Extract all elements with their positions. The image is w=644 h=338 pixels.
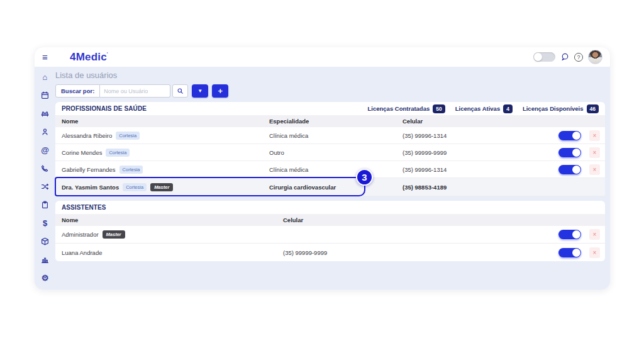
licenses-active: Licenças Ativas 4 (455, 104, 513, 113)
assistants-title: ASSISTENTES (62, 204, 106, 211)
logo-trademark: ' (107, 51, 108, 57)
licenses-contracted-label: Licenças Contratadas (368, 105, 430, 112)
cortesia-badge: Cortesia (106, 149, 130, 157)
master-badge: Master (150, 183, 173, 191)
licenses-available: Licenças Disponíveis 46 (523, 104, 599, 113)
licenses-available-label: Licenças Disponíveis (523, 105, 584, 112)
col-header-name: Nome (62, 217, 283, 223)
shuffle-icon[interactable] (41, 182, 50, 191)
licenses-active-badge: 4 (503, 104, 513, 113)
phone-icon[interactable] (41, 164, 50, 172)
assistants-table-header: Nome Celular (55, 214, 605, 226)
delete-button[interactable]: × (589, 130, 600, 141)
user-specialty: Clínica médica (269, 132, 402, 139)
professionals-card: PROFISSIONAIS DE SAÚDE Licenças Contrata… (55, 102, 605, 196)
table-row: Administrador Master × (55, 226, 605, 244)
filter-button[interactable]: ▼ (192, 84, 208, 98)
delete-button[interactable]: × (589, 247, 600, 258)
package-icon[interactable] (41, 237, 50, 245)
couch-icon[interactable] (41, 109, 50, 118)
gear-icon[interactable]: ⚙ (41, 273, 50, 282)
licenses-active-label: Licenças Ativas (455, 105, 500, 112)
at-sign-icon[interactable]: @ (41, 145, 50, 154)
assistants-card-header: ASSISTENTES (55, 201, 605, 214)
delete-button[interactable]: × (589, 147, 600, 158)
add-user-button[interactable]: + (212, 84, 228, 98)
delete-button[interactable]: × (589, 164, 600, 175)
page-title: Lista de usuários (55, 70, 605, 80)
table-row-highlighted: Dra. Yasmim Santos Cortesia Master Cirur… (55, 178, 605, 196)
user-phone: (35) 99996-1314 (402, 166, 546, 173)
user-specialty: Outro (269, 149, 402, 156)
user-name: Administrador (62, 231, 99, 238)
calendar-icon[interactable] (41, 91, 50, 99)
user-avatar[interactable] (588, 50, 602, 64)
top-header-bar: ≡ 4Medic' ? (35, 47, 610, 67)
col-header-phone: Celular (283, 217, 546, 223)
toggle-knob (572, 132, 580, 140)
table-row: Alessandra Ribeiro Cortesia Clínica médi… (55, 127, 605, 144)
table-row: Luana Andrade (35) 99999-9999 × (55, 244, 605, 261)
col-header-specialty: Especialidade (269, 118, 402, 125)
user-name: Dra. Yasmim Santos (62, 184, 119, 191)
dollar-icon[interactable]: $ (41, 218, 50, 227)
status-toggle[interactable] (558, 248, 581, 257)
person-icon[interactable] (41, 127, 50, 136)
license-summary: Licenças Contratadas 50 Licenças Ativas … (368, 104, 599, 113)
status-toggle[interactable] (558, 148, 581, 157)
help-icon[interactable]: ? (574, 53, 583, 62)
search-label: Buscar por: (55, 84, 100, 98)
professionals-table-header: Nome Especialidade Celular (55, 115, 605, 127)
status-toggle[interactable] (558, 230, 581, 239)
app-window: ≡ 4Medic' ? ⌂ @ $ (35, 47, 610, 290)
toggle-knob (534, 53, 542, 61)
user-name: Luana Andrade (62, 249, 102, 256)
master-badge: Master (103, 230, 125, 239)
sidebar-nav: ⌂ @ $ ⚙ (35, 67, 55, 290)
col-header-phone: Celular (402, 118, 546, 125)
professionals-card-header: PROFISSIONAIS DE SAÚDE Licenças Contrata… (55, 102, 605, 115)
search-toolbar: Buscar por: ▼ + (55, 84, 605, 98)
cortesia-badge: Cortesia (123, 183, 147, 191)
licenses-available-badge: 46 (587, 104, 599, 113)
status-toggle[interactable] (558, 165, 581, 174)
cortesia-badge: Cortesia (119, 166, 143, 174)
table-row: Gabrielly Fernandes Cortesia Clínica méd… (55, 161, 605, 178)
professionals-title: PROFISSIONAIS DE SAÚDE (62, 105, 147, 112)
user-specialty: Clínica médica (269, 166, 402, 173)
col-header-name: Nome (62, 118, 269, 125)
search-icon (177, 87, 184, 94)
app-logo: 4Medic' (70, 51, 108, 64)
cortesia-badge: Cortesia (116, 132, 140, 140)
toggle-knob (572, 230, 580, 239)
clipboard-icon[interactable] (41, 200, 50, 209)
user-phone: (35) 98853-4189 (402, 184, 546, 191)
search-button[interactable] (172, 84, 188, 98)
user-phone: (35) 99999-9999 (283, 249, 546, 256)
main-content: Lista de usuários Buscar por: ▼ + PROFIS… (55, 67, 605, 261)
home-icon[interactable]: ⌂ (41, 72, 50, 81)
delete-button[interactable]: × (589, 229, 600, 240)
toggle-knob (572, 149, 580, 157)
chart-icon[interactable] (41, 255, 50, 264)
toggle-knob (572, 249, 580, 257)
menu-icon[interactable]: ≡ (42, 52, 55, 62)
chat-icon[interactable] (560, 53, 569, 62)
search-input[interactable] (100, 84, 170, 98)
assistants-card: ASSISTENTES Nome Celular Administrador M… (55, 201, 605, 261)
user-phone: (35) 99999-9999 (402, 149, 546, 156)
user-name: Corine Mendes (62, 149, 102, 156)
user-name: Alessandra Ribeiro (62, 132, 112, 139)
toggle-knob (572, 166, 580, 174)
status-toggle[interactable] (558, 131, 581, 140)
user-name: Gabrielly Fernandes (62, 166, 116, 173)
user-specialty: Cirurgia cardiovascular (269, 184, 402, 191)
user-phone: (35) 99996-1314 (402, 132, 546, 139)
table-row: Corine Mendes Cortesia Outro (35) 99999-… (55, 144, 605, 161)
logo-text: 4Medic (70, 51, 107, 63)
licenses-contracted: Licenças Contratadas 50 (368, 104, 445, 113)
header-toggle[interactable] (533, 52, 555, 62)
licenses-contracted-badge: 50 (433, 104, 445, 113)
